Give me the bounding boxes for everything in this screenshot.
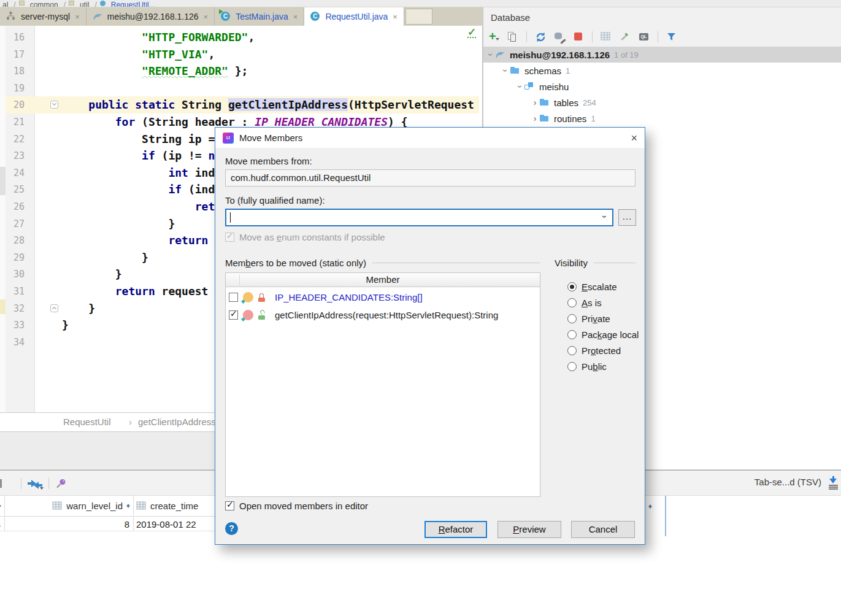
chevron-down-icon[interactable]: › (501, 66, 510, 75)
chevron-down-icon[interactable]: › (515, 82, 525, 91)
chevron-down-icon[interactable]: › (486, 50, 496, 59)
clipped-icon[interactable] (0, 478, 15, 489)
refresh-icon[interactable] (535, 31, 546, 42)
help-button[interactable]: ? (225, 522, 238, 535)
filter-icon[interactable] (666, 31, 677, 42)
cancel-button[interactable]: Cancel (571, 521, 635, 538)
divider (372, 263, 540, 263)
fold-collapse-icon[interactable] (50, 101, 58, 109)
breadcrumb-member[interactable]: getClientIpAddress (138, 413, 215, 431)
props-icon[interactable] (554, 31, 565, 42)
breadcrumb-item[interactable]: common (30, 1, 58, 7)
export-format-selector[interactable]: Tab-se...d (TSV) (755, 477, 821, 487)
tree-node-meishu-192-168-1-126[interactable]: ›meishu@192.168.1.1261 of 19 (483, 47, 841, 63)
visibility-radio-group[interactable]: EscalateAs isPrivatePackage localProtect… (567, 279, 639, 374)
database-tree[interactable]: ›meishu@192.168.1.1261 of 19›schemas1›me… (483, 47, 841, 126)
radio-package-local[interactable]: Package local (567, 326, 639, 342)
breadcrumb-class[interactable]: RequestUtil (63, 413, 111, 431)
members-table-header[interactable]: Member (226, 273, 540, 287)
enum-checkbox-row[interactable]: Move as enum constants if possible (225, 232, 385, 242)
sort-icon[interactable] (648, 502, 653, 510)
crumb-folder-icon (69, 0, 80, 7)
radio-label: As is (582, 298, 602, 308)
column-header-warn_level_id[interactable]: warn_level_id (5, 496, 134, 516)
open-checkbox-label: Open moved members in editor (239, 501, 368, 511)
members-table[interactable]: Member IP_HEADER_CANDIDATES:String[]getC… (225, 272, 540, 497)
close-icon[interactable]: × (393, 12, 397, 21)
database-toolbar[interactable]: +QL (488, 28, 677, 45)
radio-button[interactable] (567, 314, 577, 323)
checkbox[interactable] (225, 233, 234, 242)
radio-button[interactable] (567, 282, 577, 291)
inspections-ok-icon[interactable]: ✓ (465, 28, 478, 44)
pin-icon[interactable] (55, 478, 70, 489)
to-combobox[interactable]: › (225, 209, 613, 226)
cell-value: 8 (125, 519, 129, 529)
browse-button[interactable]: ... (618, 209, 636, 226)
grid-icon[interactable] (601, 31, 612, 42)
column-header-clipped[interactable] (0, 496, 5, 516)
radio-protected[interactable]: Protected (567, 342, 639, 358)
result-toolbar-icons[interactable] (0, 477, 70, 490)
close-icon[interactable]: × (293, 12, 298, 21)
preview-button[interactable]: Preview (497, 521, 561, 538)
tab-label: meishu@192.168.1.126 (107, 12, 199, 21)
dialog-title: Move Members (239, 133, 302, 143)
refactor-button[interactable]: Refactor (424, 521, 487, 538)
tab-meishu-192-168-1-126[interactable]: meishu@192.168.1.126× (86, 7, 215, 26)
breadcrumb-separator: › (129, 413, 132, 431)
table-cell[interactable]: 8 (5, 517, 134, 531)
tree-node-meishu[interactable]: ›meishu (483, 79, 841, 94)
tab-server-mysql[interactable]: server-mysql× (0, 7, 86, 26)
column-header-label: warn_level_id (66, 501, 123, 511)
stop-icon[interactable] (573, 31, 584, 42)
tab-requestutil-java[interactable]: CRequestUtil.java× (304, 7, 404, 26)
add-icon[interactable]: + (488, 31, 499, 42)
code-line: 16 "HTTP_FORWARDED", (0, 29, 481, 46)
checkbox[interactable] (225, 501, 234, 510)
checkbox[interactable] (229, 293, 238, 302)
tree-node-tables[interactable]: ›tables254 (483, 94, 841, 110)
member-row[interactable]: getClientIpAddress(request:HttpServletRe… (226, 306, 540, 324)
tree-node-count: 1 of 19 (614, 50, 639, 60)
download-icon[interactable] (829, 476, 839, 489)
radio-private[interactable]: Private (567, 310, 639, 326)
copy-icon[interactable] (507, 31, 518, 42)
line-number: 29 (0, 249, 25, 266)
tree-node-routines[interactable]: ›routines1 (483, 110, 841, 126)
table-cell[interactable]: 4 (0, 517, 5, 531)
radio-button[interactable] (567, 362, 577, 371)
chevron-down-icon[interactable]: › (601, 215, 610, 218)
checkbox[interactable] (229, 310, 238, 320)
edit-icon[interactable] (620, 31, 631, 42)
sort-icon[interactable] (0, 502, 2, 510)
folder-icon (539, 97, 550, 108)
radio-button[interactable] (567, 298, 577, 307)
open-checkbox-row[interactable]: Open moved members in editor (225, 501, 368, 511)
radio-button[interactable] (567, 346, 577, 355)
breadcrumb-item[interactable]: RequestUtil... (111, 1, 155, 7)
radio-as-is[interactable]: As is (567, 295, 639, 310)
fold-end-icon[interactable] (50, 304, 58, 312)
chevron-right-icon[interactable]: › (531, 98, 539, 107)
scroll-pair-icon[interactable] (28, 478, 42, 489)
breadcrumb[interactable]: al/common/util/RequestUtil... (0, 0, 841, 7)
console-icon[interactable]: QL (639, 31, 650, 42)
editor-tabs[interactable]: server-mysql×meishu@192.168.1.126×CTestM… (0, 7, 483, 26)
dialog-title-bar[interactable]: IJ Move Members × (215, 128, 645, 148)
close-icon[interactable]: × (75, 12, 80, 21)
tab-testmain-java[interactable]: CTestMain.java× (215, 7, 304, 26)
radio-public[interactable]: Public (567, 358, 639, 374)
breadcrumb-item[interactable]: util (80, 1, 89, 7)
radio-escalate[interactable]: Escalate (567, 279, 639, 295)
close-icon[interactable]: × (631, 133, 637, 144)
chevron-right-icon[interactable]: › (531, 114, 539, 123)
close-icon[interactable]: × (204, 12, 209, 21)
member-row[interactable]: IP_HEADER_CANDIDATES:String[] (226, 288, 540, 306)
sort-icon[interactable] (126, 502, 131, 510)
database-panel-header: Database +QL (483, 7, 841, 47)
tree-node-schemas[interactable]: ›schemas1 (483, 63, 841, 79)
radio-button[interactable] (567, 330, 577, 339)
column-divider (665, 496, 666, 536)
editor-breadcrumb-bar[interactable]: RequestUtil › getClientIpAddress (0, 412, 215, 432)
